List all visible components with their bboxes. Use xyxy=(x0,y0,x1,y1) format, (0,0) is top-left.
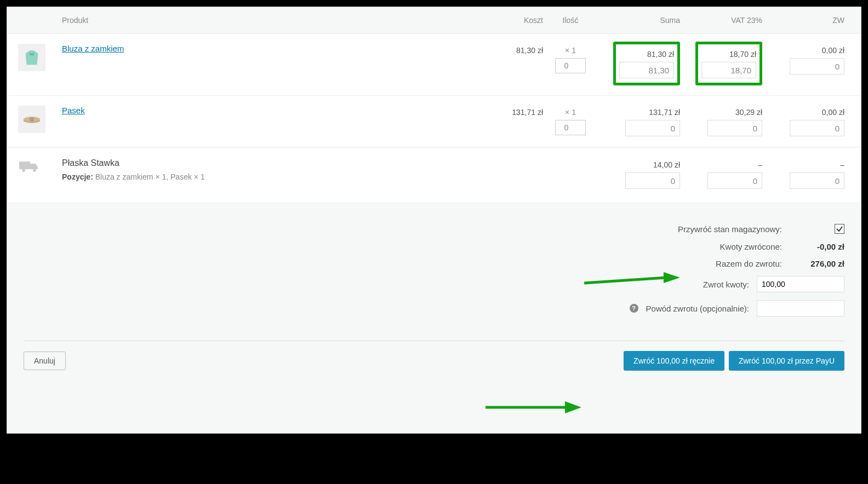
svg-marker-7 xyxy=(664,272,680,283)
refunded-value: -0,00 zł xyxy=(790,242,844,251)
sum-input[interactable] xyxy=(625,120,680,136)
product-link[interactable]: Bluza z zamkiem xyxy=(62,44,124,53)
refund-panel: Produkt Koszt Ilość Suma VAT 23% ZW Bluz… xyxy=(7,7,861,434)
sum-label: 131,71 zł xyxy=(598,106,680,117)
header-cost: Koszt xyxy=(477,16,543,25)
sum-label: 81,30 zł xyxy=(619,48,674,59)
header-qty: Ilość xyxy=(543,16,598,25)
refund-amount-label: Zwrot kwoty: xyxy=(703,280,749,289)
svg-line-6 xyxy=(584,278,666,283)
zw-input[interactable] xyxy=(790,120,844,136)
item-cost: 81,30 zł xyxy=(477,44,543,55)
svg-rect-2 xyxy=(30,118,33,121)
qty-label: × 1 xyxy=(543,106,598,117)
vat-label: 30,29 zł xyxy=(680,106,762,117)
qty-input[interactable] xyxy=(555,58,586,73)
table-header: Produkt Koszt Ilość Suma VAT 23% ZW xyxy=(7,7,861,33)
line-item: Pasek 131,71 zł × 1 131,71 zł 30,29 zł 0… xyxy=(7,95,861,146)
total-refund-label: Razem do zwrotu: xyxy=(716,259,782,268)
header-sum: Suma xyxy=(598,16,680,25)
restock-checkbox[interactable] xyxy=(835,224,844,234)
qty-input[interactable] xyxy=(555,120,586,135)
annotation-arrow-icon xyxy=(581,271,680,287)
hoodie-icon xyxy=(21,47,42,68)
header-zw: ZW xyxy=(762,16,844,25)
svg-point-5 xyxy=(33,169,36,172)
svg-rect-3 xyxy=(19,162,30,169)
vat-input[interactable] xyxy=(707,120,762,136)
vat-label: 18,70 zł xyxy=(701,48,756,59)
belt-icon xyxy=(21,109,42,130)
truck-icon xyxy=(18,158,40,175)
ship-zw-label: – xyxy=(762,158,844,169)
total-refund-value: 276,00 zł xyxy=(790,259,844,268)
product-thumbnail xyxy=(18,44,45,71)
restock-label: Przywróć stan magazynowy: xyxy=(678,224,782,234)
ship-sum-input[interactable] xyxy=(625,172,680,189)
svg-marker-9 xyxy=(565,401,581,413)
help-icon[interactable]: ? xyxy=(630,304,638,313)
refunded-label: Kwoty zwrócone: xyxy=(720,242,782,251)
refund-amount-input[interactable] xyxy=(757,276,844,292)
product-thumbnail xyxy=(18,106,45,133)
header-vat: VAT 23% xyxy=(680,16,762,25)
cancel-button[interactable]: Anuluj xyxy=(24,352,66,370)
ship-vat-label: – xyxy=(680,158,762,169)
annotation-arrow-icon xyxy=(483,399,581,416)
zw-label: 0,00 zł xyxy=(762,106,844,117)
shipping-items: Pozycje: Bluza z zamkiem × 1, Pasek × 1 xyxy=(62,172,543,181)
item-cost: 131,71 zł xyxy=(477,106,543,117)
shipping-row: Płaska Stawka Pozycje: Bluza z zamkiem ×… xyxy=(7,146,861,202)
ship-zw-input[interactable] xyxy=(790,172,844,189)
refund-reason-input[interactable] xyxy=(757,300,844,316)
zw-input[interactable] xyxy=(790,58,844,74)
ship-sum-label: 14,00 zł xyxy=(598,158,680,169)
refund-payu-button[interactable]: Zwróć 100,00 zł przez PayU xyxy=(729,351,844,371)
footer-actions: Anuluj Zwróć 100,00 zł ręcznie Zwróć 100… xyxy=(7,341,861,384)
ship-vat-input[interactable] xyxy=(707,172,762,189)
shipping-name: Płaska Stawka xyxy=(62,158,543,168)
product-link[interactable]: Pasek xyxy=(62,106,85,115)
totals-block: Przywróć stan magazynowy: Kwoty zwrócone… xyxy=(7,224,861,335)
refund-manual-button[interactable]: Zwróć 100,00 zł ręcznie xyxy=(624,351,724,371)
qty-label: × 1 xyxy=(543,44,598,55)
vat-input[interactable] xyxy=(701,62,756,78)
line-item: Bluza z zamkiem 81,30 zł × 1 81,30 zł 18… xyxy=(7,33,861,95)
header-product: Produkt xyxy=(62,16,477,25)
sum-input[interactable] xyxy=(619,62,674,78)
svg-point-4 xyxy=(22,169,25,172)
zw-label: 0,00 zł xyxy=(762,44,844,55)
refund-reason-label: Powód zwrotu (opcjonalnie): xyxy=(646,304,749,313)
